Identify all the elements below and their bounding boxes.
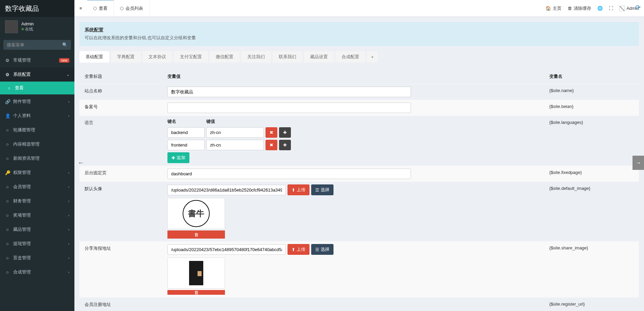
poster-thumbnail (167, 258, 225, 289)
table-row: 站点名称 {$site.name} (79, 84, 639, 100)
table-row: 会员注册地址 {$site.register_url} (79, 297, 639, 311)
kv-val-header: 键值 (206, 118, 264, 125)
clear-cache-link[interactable]: 🗑 清除缓存 (568, 5, 591, 12)
sidebar-item-finance[interactable]: ○财务管理‹ (0, 194, 74, 208)
kv-remove-button[interactable]: ✖ (266, 127, 277, 138)
delete-thumbnail-button[interactable]: 🗑 (167, 230, 225, 239)
refresh-icon[interactable]: ⟳ (635, 3, 643, 11)
tab-add-button[interactable]: + (367, 51, 378, 63)
sidebar: 数字收藏品 Admin 在线 🔍 ⚙常规管理new ⚙系统配置⌄ ○查看 🔗附件… (0, 0, 74, 311)
avatar-thumbnail: 書牛 (167, 198, 225, 229)
sidebar-item-profile[interactable]: 👤个人资料‹ (0, 109, 74, 123)
sidebar-item-collections[interactable]: ○藏品管理‹ (0, 222, 74, 237)
tab-contactus[interactable]: 联系我们 (273, 51, 302, 63)
header-value: 变量值 (162, 69, 544, 84)
tab-synthesis[interactable]: 合成配置 (336, 51, 365, 63)
tab-indicator-icon (93, 7, 97, 10)
row-label: 会员注册地址 (79, 297, 162, 311)
tab-view[interactable]: 查看 (87, 0, 114, 17)
tab-indicator-icon (120, 7, 123, 10)
sidebar-item-blindbox[interactable]: ○盲盒管理‹ (0, 251, 74, 265)
fixedpage-input[interactable] (167, 169, 411, 179)
avatar (5, 20, 18, 33)
table-row: 语言 键名 键值 ✖ ✚ (79, 116, 639, 166)
sidebar-item-content[interactable]: ○内容精选管理 (0, 137, 74, 151)
upload-button[interactable]: ⬆ 上传 (288, 244, 309, 255)
kv-val-input[interactable] (206, 127, 264, 138)
row-label: 分享海报地址 (79, 241, 162, 297)
sidebar-item-withdraw[interactable]: ○提现管理‹ (0, 237, 74, 251)
delete-thumbnail-button[interactable]: 🗑 (167, 290, 225, 295)
row-label: 备案号 (79, 100, 162, 116)
header-name: 变量名 (544, 69, 639, 84)
sidebar-item-carousel[interactable]: ○轮播图管理 (0, 123, 74, 137)
sidebar-item-general[interactable]: ⚙常规管理new (0, 53, 74, 67)
table-row: 后台固定页 {$site.fixedpage} (79, 166, 639, 182)
kv-val-input[interactable] (206, 140, 264, 150)
sidebar-menu: ⚙常规管理new ⚙系统配置⌄ ○查看 🔗附件管理‹ 👤个人资料‹ ○轮播图管理… (0, 53, 74, 279)
header-title: 变量标题 (79, 69, 162, 84)
row-var: {$site.name} (544, 84, 639, 100)
row-var: {$site.beian} (544, 100, 639, 116)
lang-icon[interactable]: 🌐 (597, 6, 603, 11)
kv-key-input[interactable] (167, 127, 205, 138)
tab-followus[interactable]: 关注我们 (241, 51, 271, 63)
fullscreen-icon[interactable]: ⛶ (609, 6, 613, 11)
sitename-input[interactable] (167, 87, 411, 97)
row-label: 站点名称 (79, 84, 162, 100)
kv-remove-button[interactable]: ✖ (266, 140, 277, 150)
kv-key-input[interactable] (167, 140, 205, 150)
kv-add-button[interactable]: ✚ (279, 140, 291, 150)
select-button[interactable]: ☰ 选择 (311, 184, 334, 195)
sidebar-item-attachments[interactable]: 🔗附件管理‹ (0, 94, 74, 109)
tab-collection[interactable]: 藏品设置 (304, 51, 334, 63)
upload-button[interactable]: ⬆ 上传 (288, 184, 309, 195)
append-button[interactable]: ✚ 追加 (167, 152, 189, 163)
row-var: {$site.default_image} (544, 182, 639, 241)
tab-text[interactable]: 文本协议 (142, 51, 172, 63)
config-tabs: 基础配置 字典配置 文本协议 支付宝配置 微信配置 关注我们 联系我们 藏品设置… (79, 51, 639, 63)
content-header: 系统配置 可以在此增改系统的变量和分组,也可以自定义分组和变量 (79, 22, 639, 46)
tab-basic[interactable]: 基础配置 (79, 51, 109, 63)
next-page-button[interactable]: → (632, 156, 644, 170)
user-name: Admin (21, 21, 34, 26)
sidebar-search: 🔍 (0, 37, 74, 53)
page-title: 系统配置 (85, 27, 634, 33)
tab-wechat[interactable]: 微信配置 (210, 51, 239, 63)
trash-icon: 🗑 (194, 232, 199, 237)
content: 系统配置 可以在此增改系统的变量和分组,也可以自定义分组和变量 基础配置 字典配… (74, 17, 644, 311)
table-header: 变量标题 变量值 变量名 (79, 69, 639, 84)
table-row: 分享海报地址 ⬆ 上传 ☰ 选择 🗑 {$site.share_image} (79, 241, 639, 297)
sidebar-item-permissions[interactable]: 🔑权限管理‹ (0, 165, 74, 180)
row-var: {$site.register_url} (544, 297, 639, 311)
tab-alipay[interactable]: 支付宝配置 (174, 51, 208, 63)
poster-path-input[interactable] (167, 244, 286, 255)
avatar-path-input[interactable] (167, 185, 286, 195)
beian-input[interactable] (167, 103, 411, 113)
tab-dict[interactable]: 字典配置 (111, 51, 141, 63)
main: ≡ 查看 会员列表 🏠 主页 🗑 清除缓存 🌐 ⛶ Admin ⟳ 系统配置 可… (74, 0, 644, 311)
user-panel: Admin 在线 (0, 17, 74, 37)
row-var: {$site.fixedpage} (544, 166, 639, 182)
search-icon[interactable]: 🔍 (62, 42, 68, 47)
sidebar-item-awards[interactable]: ○奖项管理‹ (0, 208, 74, 222)
row-var: {$site.share_image} (544, 241, 639, 297)
menu-toggle-icon[interactable]: ≡ (74, 1, 87, 16)
kv-add-button[interactable]: ✚ (279, 127, 291, 138)
tab-memberlist[interactable]: 会员列表 (114, 0, 150, 17)
select-button[interactable]: ☰ 选择 (311, 244, 334, 255)
user-status: 在线 (21, 26, 34, 32)
trash-icon: 🗑 (194, 290, 199, 295)
sidebar-item-news[interactable]: ○新闻资讯管理 (0, 151, 74, 165)
home-link[interactable]: 🏠 主页 (546, 5, 561, 12)
prev-page-button[interactable]: ← (75, 156, 87, 170)
table-row: 备案号 {$site.beian} (79, 100, 639, 116)
sidebar-item-view[interactable]: ○查看 (0, 82, 74, 94)
search-input[interactable] (3, 40, 71, 50)
sidebar-item-members[interactable]: ○会员管理‹ (0, 180, 74, 194)
kv-key-header: 键名 (167, 118, 205, 125)
brand-title: 数字收藏品 (0, 0, 74, 17)
sidebar-item-synthesis[interactable]: ○合成管理‹ (0, 265, 74, 279)
sidebar-item-sysconfig[interactable]: ⚙系统配置⌄ (0, 67, 74, 82)
row-label: 默认头像 (79, 182, 162, 241)
